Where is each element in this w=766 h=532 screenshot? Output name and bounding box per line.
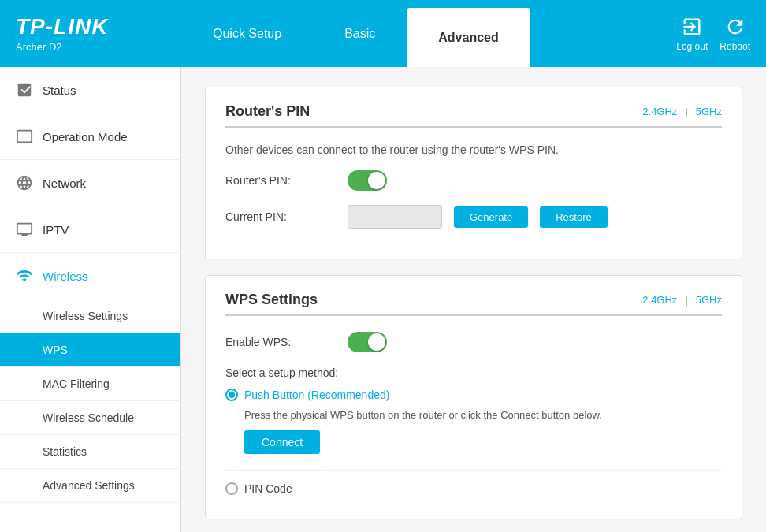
- enable-wps-label: Enable WPS:: [225, 336, 336, 348]
- tab-quick-setup[interactable]: Quick Setup: [181, 0, 313, 67]
- status-icon: [16, 81, 33, 99]
- sidebar-item-network[interactable]: Network: [0, 160, 180, 206]
- pin-code-radio[interactable]: [225, 482, 238, 495]
- sidebar-sub-mac-filtering[interactable]: MAC Filtering: [0, 367, 180, 401]
- wireless-label: Wireless: [43, 270, 88, 283]
- logo-area: TP-LINK Archer D2: [0, 14, 181, 53]
- sidebar: Status Operation Mode Network IPTV: [0, 67, 181, 532]
- sidebar-sub-wireless-schedule[interactable]: Wireless Schedule: [0, 401, 180, 435]
- sidebar-item-iptv[interactable]: IPTV: [0, 206, 180, 253]
- routers-pin-title: Router's PIN: [225, 103, 310, 120]
- pin-code-label: PIN Code: [244, 482, 292, 495]
- nav-tabs: Quick Setup Basic Advanced: [181, 0, 676, 67]
- routers-pin-label: Router's PIN:: [225, 174, 336, 187]
- push-button-radio[interactable]: [225, 389, 238, 401]
- wps-freq-5[interactable]: 5GHz: [696, 294, 722, 306]
- wps-freq-divider: |: [685, 294, 687, 306]
- current-pin-label: Current PIN:: [225, 210, 336, 223]
- status-label: Status: [43, 84, 76, 97]
- content-area: Router's PIN 2.4GHz | 5GHz Other devices…: [181, 67, 766, 532]
- reboot-icon: [724, 16, 746, 38]
- model-text: Archer D2: [16, 41, 181, 53]
- enable-wps-row: Enable WPS:: [225, 332, 722, 352]
- options-divider: [225, 470, 722, 471]
- wps-settings-title: WPS Settings: [225, 292, 318, 308]
- wps-settings-header: WPS Settings 2.4GHz | 5GHz: [225, 292, 722, 316]
- routers-pin-freq-divider: |: [685, 106, 687, 117]
- sidebar-sub-advanced-settings[interactable]: Advanced Settings: [0, 469, 180, 503]
- routers-pin-toggle-knob: [368, 172, 385, 189]
- reboot-button[interactable]: Reboot: [720, 16, 750, 52]
- current-pin-input[interactable]: [348, 205, 442, 229]
- routers-pin-toggle-row: Router's PIN:: [225, 170, 722, 191]
- header: TP-LINK Archer D2 Quick Setup Basic Adva…: [0, 0, 766, 67]
- routers-pin-toggle[interactable]: [348, 170, 387, 191]
- main-layout: Status Operation Mode Network IPTV: [0, 67, 766, 532]
- wps-settings-freq: 2.4GHz | 5GHz: [642, 294, 722, 306]
- wireless-icon: [16, 267, 33, 285]
- pin-code-option[interactable]: PIN Code: [225, 482, 722, 495]
- iptv-label: IPTV: [43, 223, 69, 236]
- wps-freq-24[interactable]: 2.4GHz: [642, 294, 677, 306]
- tab-advanced[interactable]: Advanced: [407, 8, 530, 67]
- logout-icon: [681, 16, 703, 38]
- sidebar-sub-wps[interactable]: WPS: [0, 333, 180, 367]
- iptv-icon: [16, 221, 33, 238]
- wps-settings-section: WPS Settings 2.4GHz | 5GHz Enable WPS: S…: [205, 275, 742, 519]
- setup-method-label: Select a setup method:: [225, 366, 722, 379]
- routers-pin-freq-5[interactable]: 5GHz: [696, 106, 722, 117]
- network-icon: [16, 174, 33, 192]
- header-actions: Log out Reboot: [676, 16, 766, 52]
- sidebar-sub-wireless-settings[interactable]: Wireless Settings: [0, 299, 180, 333]
- operation-mode-icon: [16, 128, 33, 145]
- generate-button[interactable]: Generate: [454, 206, 528, 228]
- push-button-label: Push Button (Recommended): [244, 389, 389, 401]
- routers-pin-section: Router's PIN 2.4GHz | 5GHz Other devices…: [205, 87, 742, 259]
- routers-pin-freq-24[interactable]: 2.4GHz: [642, 106, 677, 117]
- current-pin-row: Current PIN: Generate Restore: [225, 205, 722, 229]
- logout-button[interactable]: Log out: [676, 16, 708, 52]
- push-button-desc: Press the physical WPS button on the rou…: [244, 409, 722, 421]
- push-button-option[interactable]: Push Button (Recommended): [225, 389, 722, 401]
- connect-button[interactable]: Connect: [244, 430, 320, 454]
- enable-wps-toggle[interactable]: [348, 332, 387, 352]
- sidebar-item-wireless[interactable]: Wireless: [0, 253, 180, 299]
- routers-pin-freq: 2.4GHz | 5GHz: [642, 106, 722, 117]
- operation-mode-label: Operation Mode: [43, 130, 128, 143]
- routers-pin-desc: Other devices can connect to the router …: [225, 143, 722, 156]
- tab-basic[interactable]: Basic: [313, 0, 407, 67]
- restore-button[interactable]: Restore: [540, 206, 608, 228]
- logo-text: TP-LINK: [16, 14, 181, 39]
- sidebar-sub-statistics[interactable]: Statistics: [0, 435, 180, 469]
- network-label: Network: [43, 177, 86, 190]
- sidebar-item-status[interactable]: Status: [0, 67, 180, 113]
- sidebar-item-operation-mode[interactable]: Operation Mode: [0, 113, 180, 160]
- routers-pin-header: Router's PIN 2.4GHz | 5GHz: [225, 103, 722, 128]
- enable-wps-toggle-knob: [368, 333, 385, 351]
